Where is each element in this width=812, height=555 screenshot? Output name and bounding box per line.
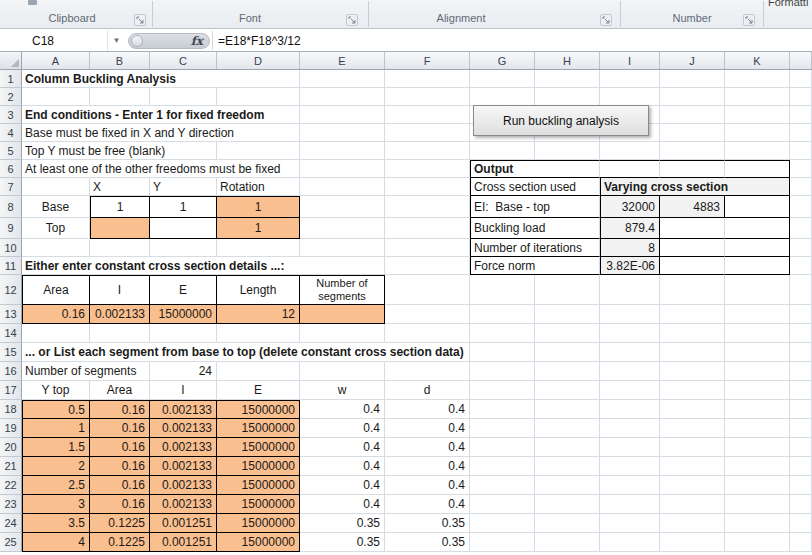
cell-B20[interactable]: 0.16	[90, 438, 150, 457]
cell-G25[interactable]	[470, 533, 535, 552]
col-header-I[interactable]: I	[600, 52, 660, 69]
cell-J16[interactable]	[660, 362, 725, 381]
cell-G14[interactable]	[470, 324, 535, 343]
cell-B23[interactable]: 0.16	[90, 495, 150, 514]
cell-K14[interactable]	[725, 324, 790, 343]
row-header-10[interactable]: 10	[0, 239, 22, 257]
cell-K22[interactable]	[725, 476, 790, 495]
cell-I6[interactable]	[600, 160, 660, 178]
cell-A9[interactable]: Top	[22, 218, 90, 239]
cell-F9[interactable]	[385, 218, 470, 239]
col-header-K[interactable]: K	[725, 52, 790, 69]
cell-I25[interactable]	[600, 533, 660, 552]
cell-K13[interactable]	[725, 305, 790, 324]
cell-H16[interactable]	[535, 362, 600, 381]
cell-F8[interactable]	[385, 196, 470, 218]
cell-G16[interactable]	[470, 362, 535, 381]
row-header-22[interactable]: 22	[0, 476, 22, 495]
cell-K21[interactable]	[725, 457, 790, 476]
cell-F1[interactable]	[385, 70, 470, 88]
cell-J8[interactable]: 4883	[660, 196, 725, 218]
cell-C20[interactable]: 0.002133	[150, 438, 217, 457]
cell-H18[interactable]	[535, 400, 600, 419]
cell-D22[interactable]: 15000000	[217, 476, 300, 495]
cell-I20[interactable]	[600, 438, 660, 457]
cell-I17[interactable]	[600, 381, 660, 400]
name-box-dropdown-icon[interactable]: ▼	[107, 30, 125, 51]
cell-C2[interactable]	[150, 88, 217, 106]
cell-E10[interactable]	[300, 239, 385, 257]
cell-K5[interactable]	[725, 142, 790, 160]
cell-A23[interactable]: 3	[22, 495, 90, 514]
cell-H15[interactable]	[535, 343, 600, 362]
select-all-corner[interactable]	[0, 52, 22, 69]
cell-B2[interactable]	[90, 88, 150, 106]
cell-J6[interactable]	[660, 160, 725, 178]
cell-F13[interactable]	[385, 305, 470, 324]
cell-D23[interactable]: 15000000	[217, 495, 300, 514]
cell-G11[interactable]: Force norm	[470, 257, 600, 275]
cell-F2[interactable]	[385, 88, 470, 106]
cell-J14[interactable]	[660, 324, 725, 343]
cell-B9[interactable]	[90, 218, 150, 239]
cell-E25[interactable]: 0.35	[300, 533, 385, 552]
cell-B24[interactable]: 0.1225	[90, 514, 150, 533]
cell-C12[interactable]: E	[150, 275, 217, 305]
row-header-18[interactable]: 18	[0, 400, 22, 419]
cell-I8[interactable]: 32000	[600, 196, 660, 218]
cell-E20[interactable]: 0.4	[300, 438, 385, 457]
cell-H12[interactable]	[535, 275, 600, 305]
cell-J13[interactable]	[660, 305, 725, 324]
cell-J20[interactable]	[660, 438, 725, 457]
cell-C23[interactable]: 0.002133	[150, 495, 217, 514]
cell-B18[interactable]: 0.16	[90, 400, 150, 419]
cell-F7[interactable]	[385, 178, 470, 196]
cell-E16[interactable]	[300, 362, 385, 381]
cell-I23[interactable]	[600, 495, 660, 514]
cell-K8[interactable]	[725, 196, 790, 218]
cell-I22[interactable]	[600, 476, 660, 495]
col-header-J[interactable]: J	[660, 52, 725, 69]
cell-I15[interactable]	[600, 343, 660, 362]
cell-F21[interactable]: 0.4	[385, 457, 470, 476]
cell-A7[interactable]	[22, 178, 90, 196]
cell-J18[interactable]	[660, 400, 725, 419]
cell-J17[interactable]	[660, 381, 725, 400]
cell-J2[interactable]	[660, 88, 725, 106]
cell-F25[interactable]: 0.35	[385, 533, 470, 552]
cell-H19[interactable]	[535, 419, 600, 438]
row-header-9[interactable]: 9	[0, 218, 22, 239]
row-header-5[interactable]: 5	[0, 142, 22, 160]
cell-H14[interactable]	[535, 324, 600, 343]
cell-C21[interactable]: 0.002133	[150, 457, 217, 476]
cell-A18[interactable]: 0.5	[22, 400, 90, 419]
cell-E18[interactable]: 0.4	[300, 400, 385, 419]
cell-H22[interactable]	[535, 476, 600, 495]
cell-D18[interactable]: 15000000	[217, 400, 300, 419]
cell-K20[interactable]	[725, 438, 790, 457]
cell-K25[interactable]	[725, 533, 790, 552]
cell-E17[interactable]: w	[300, 381, 385, 400]
cell-K6[interactable]	[725, 160, 790, 178]
cell-G9[interactable]: Buckling load	[470, 218, 600, 239]
cell-J19[interactable]	[660, 419, 725, 438]
row-header-16[interactable]: 16	[0, 362, 22, 381]
cell-J15[interactable]	[660, 343, 725, 362]
cell-D10[interactable]	[217, 239, 300, 257]
cell-F18[interactable]: 0.4	[385, 400, 470, 419]
cell-D16[interactable]	[217, 362, 300, 381]
row-header-3[interactable]: 3	[0, 106, 22, 124]
cell-C19[interactable]: 0.002133	[150, 419, 217, 438]
cell-K2[interactable]	[725, 88, 790, 106]
cell-G20[interactable]	[470, 438, 535, 457]
cell-E1[interactable]	[300, 70, 385, 88]
cell-I16[interactable]	[600, 362, 660, 381]
cell-A2[interactable]	[22, 88, 90, 106]
cell-A19[interactable]: 1	[22, 419, 90, 438]
cell-H25[interactable]	[535, 533, 600, 552]
cell-E22[interactable]: 0.4	[300, 476, 385, 495]
cell-C16[interactable]: 24	[150, 362, 217, 381]
col-header-B[interactable]: B	[90, 52, 150, 69]
cell-G23[interactable]	[470, 495, 535, 514]
cell-J24[interactable]	[660, 514, 725, 533]
